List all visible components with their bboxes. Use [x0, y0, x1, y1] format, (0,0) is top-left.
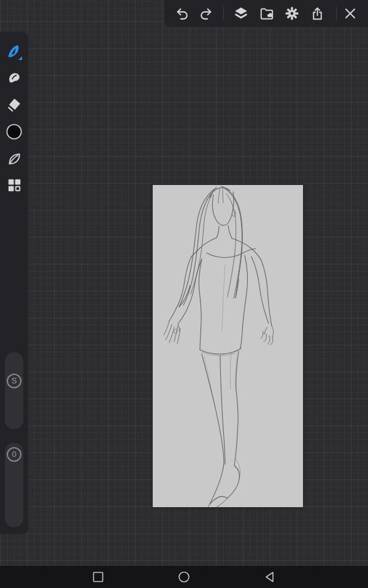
- toolbar-separator: [336, 7, 337, 20]
- layers-icon: [233, 6, 249, 21]
- color-swatch[interactable]: [2, 119, 26, 144]
- back-triangle-icon: [263, 570, 277, 584]
- drawing-app-screen: { "app": { "title": "Drawing App Canvas"…: [0, 0, 368, 588]
- drawing-canvas[interactable]: [153, 185, 303, 507]
- leaf-icon: [6, 151, 23, 167]
- eraser-tool[interactable]: [2, 92, 26, 117]
- left-toolbar: S 0: [0, 32, 28, 534]
- redo-icon: [198, 6, 213, 21]
- import-image-button[interactable]: [256, 2, 278, 24]
- home-button[interactable]: [177, 570, 191, 584]
- figure-sketch: [153, 185, 303, 507]
- leaf-brush-tool[interactable]: [2, 146, 26, 171]
- color-swatch-icon: [6, 123, 23, 140]
- recents-square-icon: [91, 570, 105, 584]
- close-button[interactable]: [339, 2, 361, 24]
- top-toolbar: [164, 0, 368, 27]
- paint-brush-tool-active[interactable]: [2, 39, 26, 63]
- brush-opacity-label: 0: [12, 450, 16, 459]
- share-button[interactable]: [306, 2, 328, 24]
- close-icon: [343, 6, 358, 21]
- undo-icon: [175, 6, 190, 21]
- toolbar-separator: [223, 7, 224, 20]
- android-navigation-bar: [0, 566, 368, 588]
- recents-button[interactable]: [91, 570, 105, 584]
- layers-button[interactable]: [230, 2, 252, 24]
- layers-grid-icon: [6, 177, 22, 193]
- eraser-icon: [6, 96, 23, 113]
- settings-gear-icon: [284, 6, 300, 21]
- brush-size-knob[interactable]: S: [7, 374, 21, 388]
- smudge-tool[interactable]: [2, 66, 26, 90]
- submenu-indicator: [18, 56, 22, 60]
- settings-button[interactable]: [281, 2, 303, 24]
- brush-size-label: S: [12, 376, 17, 385]
- home-circle-icon: [177, 570, 191, 584]
- brush-size-slider[interactable]: S: [5, 352, 23, 429]
- share-icon: [310, 6, 325, 21]
- redo-button[interactable]: [194, 2, 217, 24]
- import-image-icon: [259, 6, 275, 21]
- undo-button[interactable]: [171, 2, 193, 24]
- brush-opacity-knob[interactable]: 0: [7, 447, 21, 462]
- brush-opacity-slider[interactable]: 0: [5, 443, 23, 527]
- back-button[interactable]: [263, 570, 277, 584]
- smudge-icon: [6, 69, 23, 86]
- layers-grid-tool[interactable]: [2, 173, 26, 197]
